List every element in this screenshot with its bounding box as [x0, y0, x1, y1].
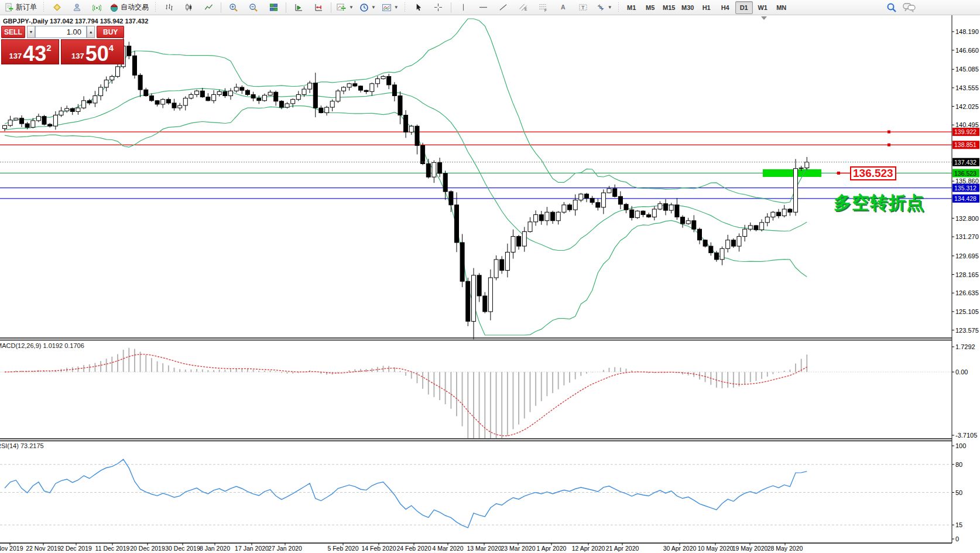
svg-text:148.190: 148.190: [955, 28, 979, 35]
line-chart-type-button[interactable]: [199, 1, 218, 15]
tab-timeframe-H1[interactable]: H1: [698, 1, 715, 14]
search-icon[interactable]: [886, 2, 897, 13]
buy-price-box[interactable]: 137 50 4: [61, 39, 124, 64]
svg-text:21 Apr 2020: 21 Apr 2020: [606, 545, 639, 552]
svg-text:2 Dec 2019: 2 Dec 2019: [60, 545, 92, 552]
zoom-in-icon: [229, 3, 238, 12]
time-axis[interactable]: Nov 201922 Nov 20192 Dec 201911 Dec 2019…: [0, 543, 952, 552]
chart-shift-icon: [314, 3, 323, 12]
chat-icon[interactable]: [903, 2, 916, 13]
templates-button[interactable]: ▼: [379, 1, 401, 15]
market-watch-button[interactable]: [47, 1, 66, 15]
svg-text:146.660: 146.660: [955, 47, 979, 54]
new-order-label: 新订单: [16, 2, 37, 12]
svg-text:145.085: 145.085: [955, 66, 979, 73]
profile-button[interactable]: [67, 1, 86, 15]
horizontal-line-icon: [479, 3, 488, 12]
add-indicator-button[interactable]: ▼: [334, 1, 356, 15]
svg-text:5 Feb 2020: 5 Feb 2020: [327, 545, 358, 552]
volume-decrease-button[interactable]: ▼: [27, 26, 35, 38]
svg-text:126.635: 126.635: [955, 289, 979, 296]
zoom-in-button[interactable]: [224, 1, 243, 15]
tab-timeframe-MN[interactable]: MN: [773, 1, 790, 14]
template-icon: [382, 3, 392, 12]
periods-button[interactable]: ▼: [357, 1, 378, 15]
auto-scroll-button[interactable]: [289, 1, 308, 15]
svg-text:138.851: 138.851: [954, 141, 976, 148]
highlight-zone[interactable]: [763, 169, 821, 177]
tab-timeframe-M30[interactable]: M30: [679, 1, 697, 14]
svg-text:129.695: 129.695: [955, 252, 979, 260]
toolbar-separator: [331, 2, 331, 13]
svg-text:143.555: 143.555: [955, 84, 979, 91]
toolbar-grip: [404, 2, 406, 13]
svg-text:14 Feb 2020: 14 Feb 2020: [362, 545, 396, 552]
tab-timeframe-W1[interactable]: W1: [754, 1, 772, 14]
tab-timeframe-H4[interactable]: H4: [717, 1, 734, 14]
zoom-out-button[interactable]: [244, 1, 263, 15]
volume-increase-button[interactable]: ▲: [87, 26, 95, 38]
vertical-line-icon: [460, 3, 467, 12]
svg-text:T: T: [581, 5, 585, 11]
buy-price-pips: 50: [85, 45, 109, 63]
new-order-button[interactable]: 新订单: [2, 1, 39, 15]
sell-price-pips: 43: [23, 45, 46, 63]
svg-text:1.7292: 1.7292: [955, 343, 975, 350]
bar-chart-type-button[interactable]: [159, 1, 178, 15]
clock-icon: [359, 3, 369, 12]
macd-signal-line: [5, 354, 807, 436]
arrows-icon: [596, 3, 605, 12]
tab-timeframe-D1[interactable]: D1: [735, 1, 753, 14]
auto-trading-label: 自动交易: [121, 2, 149, 12]
text-label-tool-button[interactable]: T: [574, 1, 592, 15]
signal-button[interactable]: [87, 1, 106, 15]
sell-button[interactable]: SELL: [1, 26, 25, 38]
arrows-tool-button[interactable]: ▼: [594, 1, 615, 15]
chevron-down-icon: ▼: [394, 5, 399, 10]
trendline-tool-button[interactable]: [494, 1, 513, 15]
chart-shift-marker[interactable]: [761, 16, 767, 20]
svg-text:F: F: [544, 8, 547, 12]
tab-timeframe-M1[interactable]: M1: [623, 1, 640, 14]
symbol-ohlc-label: GBPJPY-,Daily 137.042 137.794 135.942 13…: [3, 18, 148, 25]
cursor-tool-button[interactable]: [409, 1, 428, 15]
svg-text:100: 100: [955, 442, 966, 449]
tile-windows-button[interactable]: [264, 1, 283, 15]
new-order-icon: [5, 3, 14, 12]
auto-trading-button[interactable]: 自动交易: [107, 1, 151, 15]
vertical-line-tool-button[interactable]: [454, 1, 473, 15]
toolbar-separator: [221, 2, 221, 13]
svg-text:8 Jan 2020: 8 Jan 2020: [200, 545, 230, 552]
equidistant-channel-tool-button[interactable]: E: [514, 1, 533, 15]
price-chart[interactable]: 148.190146.660145.085143.555142.025140.4…: [0, 15, 980, 553]
toolbar-grip: [154, 2, 156, 13]
svg-text:0: 0: [955, 535, 959, 542]
crosshair-tool-button[interactable]: [429, 1, 448, 15]
svg-text:11 Dec 2019: 11 Dec 2019: [95, 545, 130, 552]
tab-timeframe-M5[interactable]: M5: [642, 1, 659, 14]
buy-price-main: 137: [71, 52, 84, 60]
tab-timeframe-M15[interactable]: M15: [660, 1, 678, 14]
text-tool-button[interactable]: A: [554, 1, 573, 15]
candlestick-type-button[interactable]: [179, 1, 198, 15]
signal-icon: [92, 3, 101, 12]
volume-input[interactable]: 1.00: [35, 26, 87, 38]
mt4-window: 新订单 自动交易: [0, 0, 980, 553]
text-label-icon: T: [578, 3, 588, 12]
toolbar-separator: [451, 2, 451, 13]
horizontal-line-tool-button[interactable]: [474, 1, 493, 15]
panel-dividers[interactable]: [0, 338, 952, 441]
fibonacci-tool-button[interactable]: F: [534, 1, 553, 15]
text-icon: A: [559, 3, 567, 12]
macd-histogram: [5, 348, 807, 438]
price-callout-label[interactable]: 136.523: [850, 166, 896, 180]
chart-shift-button[interactable]: [309, 1, 328, 15]
svg-text:136.523: 136.523: [954, 170, 976, 177]
sell-price-box[interactable]: 137 43 2: [1, 39, 59, 64]
svg-text:13 Mar 2020: 13 Mar 2020: [467, 545, 502, 552]
buy-button[interactable]: BUY: [97, 26, 124, 38]
chart-annotation-text[interactable]: 多空转折点: [834, 191, 924, 215]
sell-price-fraction: 2: [46, 43, 51, 53]
toolbar-right-group: [886, 2, 916, 13]
callout-anchor: [837, 172, 840, 175]
